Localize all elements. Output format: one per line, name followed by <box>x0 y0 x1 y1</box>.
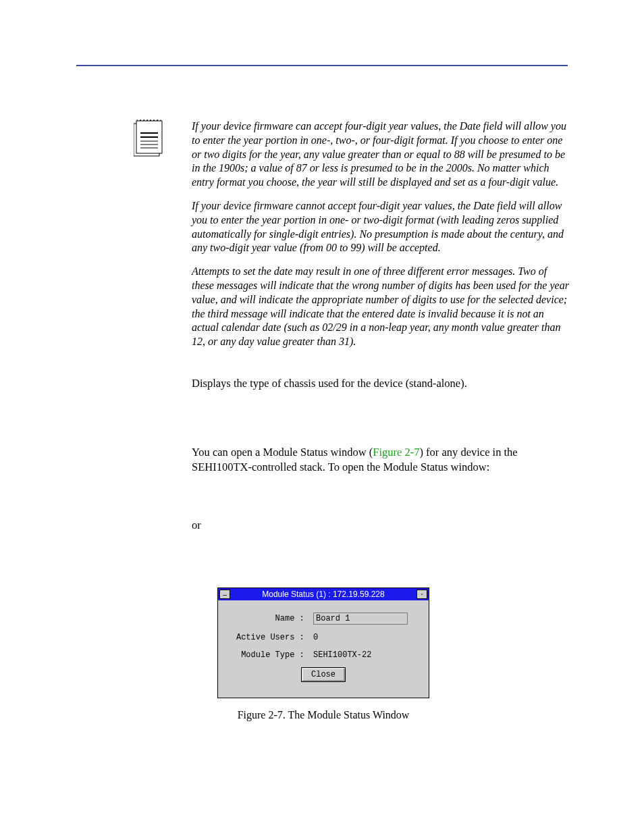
active-users-row: Active Users : 0 <box>232 633 415 642</box>
note-paragraph-2: If your device firmware cannot accept fo… <box>192 199 570 255</box>
window-titlebar: — Module Status (1) : 172.19.59.228 · <box>218 588 429 600</box>
note-icon <box>134 120 163 157</box>
chassis-description: Displays the type of chassis used for th… <box>192 376 570 391</box>
header-rule <box>76 65 568 66</box>
name-label: Name : <box>232 614 309 623</box>
window-control-icon[interactable]: · <box>417 590 427 599</box>
note-paragraph-3: Attempts to set the date may result in o… <box>192 265 570 349</box>
module-type-label: Module Type : <box>232 650 309 660</box>
instruction-pre: You can open a Module Status window ( <box>192 446 373 459</box>
or-separator: or <box>192 519 570 532</box>
module-type-row: Module Type : SEHI100TX-22 <box>232 650 415 660</box>
module-type-value: SEHI100TX-22 <box>313 650 371 660</box>
figure-caption: Figure 2-7. The Module Status Window <box>217 709 429 721</box>
active-users-label: Active Users : <box>232 633 309 642</box>
body-column: If your device firmware can accept four-… <box>192 120 570 532</box>
close-button[interactable]: Close <box>302 668 345 681</box>
name-field-row: Name : Board 1 <box>232 613 415 625</box>
window-body: Name : Board 1 Active Users : 0 Module T… <box>218 600 429 698</box>
system-menu-icon[interactable]: — <box>219 590 230 599</box>
module-status-window-figure: — Module Status (1) : 172.19.59.228 · Na… <box>217 588 429 721</box>
note-paragraph-1: If your device firmware can accept four-… <box>192 120 570 190</box>
active-users-value: 0 <box>313 633 318 642</box>
name-input[interactable]: Board 1 <box>313 613 408 625</box>
window-title: Module Status (1) : 172.19.59.228 <box>230 590 417 599</box>
page: If your device firmware can accept four-… <box>0 0 644 834</box>
figure-reference-link[interactable]: Figure 2-7 <box>373 446 419 459</box>
window-frame: — Module Status (1) : 172.19.59.228 · Na… <box>217 588 429 698</box>
open-window-instruction: You can open a Module Status window (Fig… <box>192 445 570 475</box>
